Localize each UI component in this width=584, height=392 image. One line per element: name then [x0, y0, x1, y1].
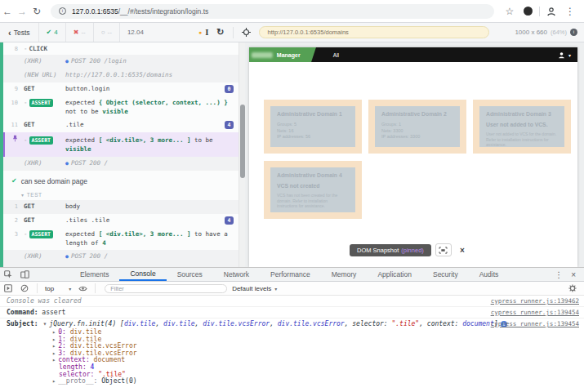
caret-right-icon: ▸	[52, 350, 56, 357]
user-menu[interactable]: ▾	[558, 51, 577, 59]
log-row-get-button[interactable]: 9 GET button.login 0	[3, 82, 239, 96]
log-row-get-body[interactable]: 1 GET body	[3, 200, 239, 214]
tab-security[interactable]: Security	[422, 268, 469, 281]
object-prop-row[interactable]: ▸3: div.tile.vcsError	[52, 350, 584, 358]
log-levels-selector[interactable]: Default levels ▾	[232, 285, 277, 292]
tab-audits[interactable]: Audits	[469, 268, 510, 281]
object-prop-row[interactable]: length: 4	[52, 364, 584, 372]
tile-title: Administrative Domain 4	[277, 172, 349, 178]
tile-domain-1[interactable]: Administrative Domain 1 Groups: 5 Nets: …	[264, 100, 362, 154]
tile-domain-3[interactable]: Administrative Domain 3 User not added t…	[473, 100, 571, 154]
log-row-assert-pinned[interactable]: -ASSERT expected [ <div.tile>, 3 more...…	[3, 132, 239, 157]
tab-network[interactable]: Network	[213, 268, 260, 281]
snapshot-highlight-button[interactable]	[435, 243, 452, 256]
comma: ,	[195, 320, 203, 327]
devtools-kebab-icon[interactable]: ⋮	[555, 270, 563, 279]
xhr-dot-icon: ●	[65, 253, 69, 260]
comma: ,	[345, 320, 353, 327]
app-preview-area: Manager All ▾ Administrative Domain 1 Gr…	[245, 42, 584, 267]
object-proto-row[interactable]: ▸__proto__: Object(0)	[52, 378, 584, 385]
viewport-info-icon[interactable]: i	[570, 29, 577, 36]
inspect-element-icon[interactable]	[0, 270, 16, 278]
divider	[539, 7, 540, 16]
nav-item-all[interactable]: All	[333, 52, 339, 58]
failed-count: --	[81, 29, 85, 36]
command-message: .tile	[65, 121, 225, 130]
log-row-get-tiles[interactable]: 2 GET .tiles .tile 4	[3, 214, 239, 228]
log-row-new-url[interactable]: (NEW URL) http://127.0.0.1:6535/domains	[3, 69, 239, 82]
tile-domain-2[interactable]: Administrative Domain 2 Groups: 1 Nets: …	[368, 100, 466, 154]
log-row-xhr[interactable]: (XHR) ●POST 200 /	[3, 157, 239, 171]
test-section-header[interactable]: ▾TEST	[3, 189, 239, 200]
console-cleared-text: Console was cleared	[7, 297, 82, 305]
snapshot-close-button[interactable]: ×	[456, 243, 469, 256]
log-row-get-tile[interactable]: 11 GET .tile 4	[3, 118, 239, 132]
context-value: top	[45, 285, 54, 292]
source-link[interactable]: cypress_runner.js:139454	[491, 309, 579, 316]
autoscroll-dot-icon[interactable]: ●	[198, 29, 202, 35]
tab-console[interactable]: Console	[119, 268, 166, 281]
app-under-test: Manager All ▾ Administrative Domain 1 Gr…	[249, 47, 577, 267]
object-prop-row[interactable]: ▸context: document	[52, 357, 584, 364]
console-filter-input[interactable]	[105, 284, 227, 293]
log-row-click[interactable]: 8 -CLICK	[3, 42, 239, 55]
log-row-assert-1[interactable]: 10 -ASSERT expected { Object (selector, …	[3, 96, 239, 119]
address-bar[interactable]: i 127.0.0.1:6535/__/#/tests/integration/…	[51, 4, 494, 19]
device-toolbar-icon[interactable]	[16, 270, 33, 278]
element-count-badge: 4	[225, 121, 234, 129]
app-brand[interactable]: Manager	[249, 47, 316, 62]
tab-elements[interactable]: Elements	[69, 268, 119, 281]
snapshot-pinned-label: (pinned)	[401, 247, 424, 254]
log-row-assert-length[interactable]: 3 -ASSERT expected [ <div.tile>, 3 more.…	[3, 228, 239, 251]
tab-sources[interactable]: Sources	[167, 268, 213, 281]
object-prop-row[interactable]: ▸0: div.tile	[52, 329, 584, 336]
log-row-xhr[interactable]: (XHR) ●POST 200 /	[3, 250, 239, 264]
restart-tests-icon[interactable]: ↻	[216, 27, 224, 38]
snapshot-label: DOM Snapshot	[357, 247, 399, 254]
live-expression-eye-icon[interactable]	[74, 285, 91, 292]
back-to-tests-link[interactable]: ‹ Tests	[0, 29, 38, 37]
context-selector[interactable]: top ▾	[42, 285, 74, 292]
tab-memory[interactable]: Memory	[321, 268, 368, 281]
page-info-icon[interactable]: i	[59, 7, 66, 15]
command-log-scrollbar[interactable]	[239, 42, 245, 267]
prop-value: document	[94, 356, 126, 363]
console-row-command: Command: assert cypress_runner.js:139454	[0, 307, 584, 318]
forward-icon[interactable]: →	[15, 6, 29, 17]
devtools-close-icon[interactable]: ×	[571, 270, 576, 279]
source-link[interactable]: cypress_runner.js:139462	[491, 297, 579, 305]
xhr-message: POST 200 /	[71, 252, 108, 260]
tile-stat: Nets: 16	[277, 128, 349, 135]
console-messages: Console was cleared cypress_runner.js:13…	[0, 296, 584, 385]
pin-icon[interactable]	[12, 135, 18, 142]
bookmark-star-icon[interactable]: ☆	[502, 6, 517, 17]
assert-text: expected	[65, 99, 99, 106]
back-icon[interactable]: ←	[0, 6, 15, 17]
expanded-object: ▸0: div.tile ▸1: div.tile ▸2: div.tile.v…	[0, 329, 584, 385]
test-title-can-see-domain-page[interactable]: ✔ can see domain page	[3, 171, 239, 189]
caret-down-icon[interactable]: ▾	[43, 320, 47, 327]
failed-stat[interactable]: ✖ --	[65, 23, 93, 42]
console-settings-gear-icon[interactable]	[568, 284, 584, 292]
tile-error-body: VCS has not been created for the domain.…	[277, 193, 349, 209]
source-link[interactable]: cypress_runner.js:139454	[491, 320, 579, 327]
log-row-xhr[interactable]: (XHR) ●POST 200 /login	[3, 55, 239, 69]
selector-playground-icon[interactable]	[242, 28, 251, 37]
extension-icon[interactable]	[524, 7, 533, 16]
passed-stat[interactable]: ✔ 4	[38, 23, 65, 42]
execution-context-icon[interactable]	[0, 284, 16, 292]
url-host: 127.0.0.1:6535	[72, 7, 118, 16]
tile-domain-4[interactable]: Administrative Domain 4 VCS not created …	[264, 161, 362, 219]
app-url-field[interactable]: http://127.0.0.1:6535/domains	[259, 26, 489, 38]
tab-application[interactable]: Application	[367, 268, 422, 281]
element-count-badge: 0	[225, 85, 234, 93]
clear-console-icon[interactable]	[16, 284, 33, 292]
reload-icon[interactable]: ↻	[29, 6, 44, 17]
cross-icon: ✖	[74, 29, 79, 36]
tab-performance[interactable]: Performance	[260, 268, 321, 281]
context-value: document	[462, 320, 494, 327]
profile-icon[interactable]	[546, 7, 556, 16]
row-number: 11	[3, 122, 18, 128]
menu-kebab-icon[interactable]: ⋮	[563, 6, 577, 17]
pending-stat[interactable]: ○ --	[93, 23, 119, 42]
